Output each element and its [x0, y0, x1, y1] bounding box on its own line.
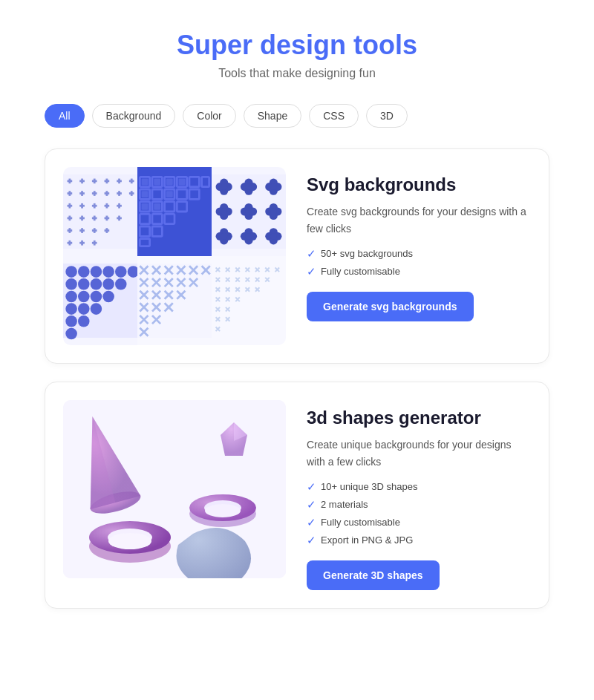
svg-point-148	[78, 291, 90, 303]
3d-card-desc: Create unique backgrounds for your desig…	[307, 436, 531, 470]
svg-point-124	[221, 233, 227, 240]
svg-point-129	[246, 233, 252, 240]
svg-rect-81	[142, 179, 148, 186]
svg-point-156	[65, 328, 77, 340]
svg-point-143	[78, 278, 90, 290]
svg-point-136	[65, 266, 77, 278]
svg-card-content: Svg backgrounds Create svg backgrounds f…	[307, 167, 531, 321]
svg-point-109	[221, 209, 227, 215]
check-icon: ✓	[307, 534, 316, 547]
3d-shapes-card: 3d shapes generator Create unique backgr…	[45, 382, 549, 609]
check-icon: ✓	[307, 247, 316, 261]
svg-point-266	[108, 533, 151, 549]
svg-rect-157	[137, 264, 212, 338]
svg-point-139	[102, 266, 114, 278]
preview-cell-5	[137, 256, 212, 345]
svg-point-154	[65, 315, 77, 327]
svg-card-desc: Create svg backgrounds for your designs …	[307, 203, 531, 237]
svg-cta-button[interactable]: Generate svg backgrounds	[307, 292, 474, 321]
3d-card-title: 3d shapes generator	[307, 406, 531, 429]
svg-point-119	[270, 209, 277, 215]
feature-item: ✓ Export in PNG & JPG	[307, 534, 531, 547]
feature-item: ✓ Fully customisable	[307, 265, 531, 278]
svg-rect-84	[179, 179, 186, 186]
svg-point-114	[246, 209, 252, 215]
3d-cta-button[interactable]: Generate 3D shapes	[307, 560, 440, 590]
preview-cell-4	[63, 256, 137, 345]
svg-point-104	[270, 183, 277, 190]
svg-preview	[63, 167, 286, 345]
preview-cell-1	[63, 167, 137, 256]
feature-item: ✓ 2 materials	[307, 498, 531, 511]
filter-background[interactable]: Background	[92, 104, 176, 128]
filter-bar: All Background Color Shape CSS 3D	[45, 104, 549, 128]
svg-backgrounds-card: Svg backgrounds Create svg backgrounds f…	[45, 148, 549, 364]
svg-rect-86	[166, 191, 173, 197]
svg-point-94	[221, 183, 227, 190]
svg-card-title: Svg backgrounds	[307, 173, 531, 196]
svg-point-149	[91, 291, 102, 303]
svg-point-140	[115, 266, 127, 278]
svg-rect-83	[166, 179, 173, 186]
preview-cell-3	[212, 167, 286, 256]
svg-point-155	[78, 315, 90, 327]
svg-point-137	[78, 266, 90, 278]
filter-color[interactable]: Color	[183, 104, 235, 128]
svg-point-144	[91, 278, 102, 290]
svg-point-150	[102, 291, 114, 303]
3d-feature-list: ✓ 10+ unique 3D shapes ✓ 2 materials ✓ F…	[307, 480, 531, 547]
page-title: Super design tools	[45, 30, 549, 61]
svg-point-151	[65, 303, 77, 315]
check-icon: ✓	[307, 480, 316, 494]
check-icon: ✓	[307, 516, 316, 529]
preview-cell-2	[137, 167, 212, 256]
filter-3d[interactable]: 3D	[366, 104, 408, 128]
preview-cell-6	[212, 256, 286, 345]
3d-preview	[63, 400, 286, 578]
svg-point-99	[246, 183, 252, 190]
svg-point-145	[102, 278, 114, 290]
svg-rect-87	[142, 203, 148, 210]
feature-item: ✓ Fully customisable	[307, 516, 531, 529]
3d-card-content: 3d shapes generator Create unique backgr…	[307, 400, 531, 590]
svg-rect-85	[142, 191, 148, 197]
svg-point-138	[91, 266, 102, 278]
page-subtitle: Tools that make designing fun	[45, 67, 549, 80]
svg-point-153	[91, 303, 102, 315]
svg-point-262	[205, 504, 241, 517]
svg-rect-0	[63, 174, 137, 249]
check-icon: ✓	[307, 265, 316, 278]
check-icon: ✓	[307, 498, 316, 511]
svg-point-134	[270, 233, 277, 240]
svg-point-142	[65, 278, 77, 290]
filter-all[interactable]: All	[45, 104, 85, 128]
svg-rect-88	[154, 203, 160, 210]
svg-point-152	[78, 303, 90, 315]
svg-point-147	[65, 291, 77, 303]
feature-item: ✓ 50+ svg backgrounds	[307, 247, 531, 261]
svg-point-146	[115, 278, 127, 290]
svg-rect-200	[212, 264, 286, 338]
feature-item: ✓ 10+ unique 3D shapes	[307, 480, 531, 494]
filter-css[interactable]: CSS	[309, 104, 359, 128]
filter-shape[interactable]: Shape	[244, 104, 301, 128]
svg-rect-82	[154, 179, 160, 186]
svg-feature-list: ✓ 50+ svg backgrounds ✓ Fully customisab…	[307, 247, 531, 278]
header: Super design tools Tools that make desig…	[45, 30, 549, 80]
